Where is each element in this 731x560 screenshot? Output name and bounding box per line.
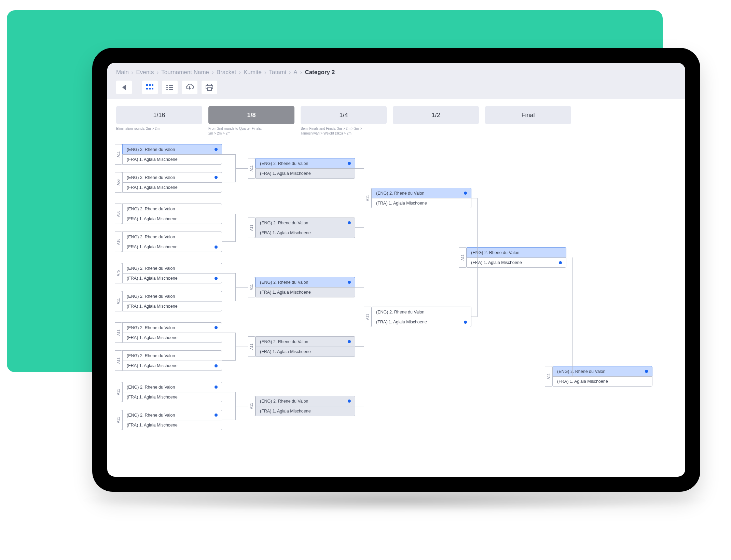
bracket-match[interactable]: A11(ENG) 2. Rhene du Valon(FRA) 1. Aglai…	[248, 396, 355, 416]
breadcrumb-item[interactable]: Main	[116, 69, 129, 76]
player-name: (ENG) 2. Rhene du Valon	[260, 221, 308, 225]
match-player-bottom[interactable]: (FRA) 1. Aglaia Mischoene	[467, 257, 566, 268]
match-player-top[interactable]: (ENG) 2. Rhene du Valon	[122, 232, 222, 242]
match-player-top[interactable]: (ENG) 2. Rhene du Valon	[122, 144, 222, 154]
player-name: (FRA) 1. Aglaia Mischoene	[127, 363, 178, 368]
breadcrumb-item[interactable]: Events	[136, 69, 154, 76]
match-player-bottom[interactable]: (FRA) 1. Aglaia Mischoene	[256, 228, 355, 238]
score-dot-icon	[215, 414, 218, 417]
bracket-match[interactable]: A11(ENG) 2. Rhene du Valon(FRA) 1. Aglai…	[364, 188, 471, 208]
match-player-bottom[interactable]: (FRA) 1. Aglaia Mischoene	[372, 198, 471, 208]
score-dot-icon	[215, 386, 218, 389]
match-player-bottom[interactable]: (FRA) 1. Aglaia Mischoene	[122, 182, 222, 193]
match-player-top[interactable]: (ENG) 2. Rhene du Valon	[256, 336, 355, 347]
match-player-bottom[interactable]: (FRA) 1. Aglaia Mischoene	[256, 406, 355, 416]
chevron-right-icon: ›	[300, 69, 302, 76]
match-player-bottom[interactable]: (FRA) 1. Aglaia Mischoene	[553, 376, 652, 387]
match-player-top[interactable]: (ENG) 2. Rhene du Valon	[122, 322, 222, 333]
match-player-bottom[interactable]: (FRA) 1. Aglaia Mischoene	[122, 154, 222, 165]
grid-view-button[interactable]	[142, 81, 158, 94]
bracket-match[interactable]: A11(ENG) 2. Rhene du Valon(FRA) 1. Aglai…	[545, 366, 652, 387]
score-dot-icon	[645, 370, 648, 373]
print-button[interactable]	[202, 81, 217, 94]
match-player-bottom[interactable]: (FRA) 1. Aglaia Mischoene	[122, 333, 222, 343]
match-player-top[interactable]: (ENG) 2. Rhene du Valon	[256, 277, 355, 287]
round-tab-final[interactable]: Final	[485, 106, 571, 136]
player-name: (FRA) 1. Aglaia Mischoene	[376, 201, 427, 206]
bracket-match[interactable]: A11(ENG) 2. Rhene du Valon(FRA) 1. Aglai…	[248, 277, 355, 297]
match-player-top[interactable]: (ENG) 2. Rhene du Valon	[467, 247, 566, 257]
player-name: (FRA) 1. Aglaia Mischoene	[127, 335, 178, 340]
match-player-top[interactable]: (ENG) 2. Rhene du Valon	[122, 350, 222, 361]
breadcrumb-item[interactable]: Bracket	[217, 69, 236, 76]
match-player-top[interactable]: (ENG) 2. Rhene du Valon	[122, 410, 222, 420]
match-player-top[interactable]: (ENG) 2. Rhene du Valon	[122, 382, 222, 392]
match-player-top[interactable]: (ENG) 2. Rhene du Valon	[122, 291, 222, 301]
match-player-bottom[interactable]: (FRA) 1. Aglaia Mischoene	[256, 287, 355, 297]
bracket-match[interactable]: A11(ENG) 2. Rhene du Valon(FRA) 1. Aglai…	[248, 336, 355, 357]
round-tab-label: 1/8	[208, 106, 294, 124]
bracket-connector	[222, 214, 236, 242]
match-player-bottom[interactable]: (FRA) 1. Aglaia Mischoene	[122, 361, 222, 371]
match-player-top[interactable]: (ENG) 2. Rhene du Valon	[122, 263, 222, 273]
breadcrumb-item[interactable]: A	[293, 69, 297, 76]
bracket-match[interactable]: A11(ENG) 2. Rhene du Valon(FRA) 1. Aglai…	[248, 158, 355, 179]
player-name: (FRA) 1. Aglaia Mischoene	[471, 260, 522, 265]
match-player-top[interactable]: (ENG) 2. Rhene du Valon	[122, 204, 222, 214]
player-name: (FRA) 1. Aglaia Mischoene	[127, 276, 178, 281]
bracket-match[interactable]: A11(ENG) 2. Rhene du Valon(FRA) 1. Aglai…	[115, 322, 222, 343]
match-player-top[interactable]: (ENG) 2. Rhene du Valon	[372, 188, 471, 198]
bracket-match[interactable]: A75(ENG) 2. Rhene du Valon(FRA) 1. Aglai…	[115, 263, 222, 283]
score-dot-icon	[559, 261, 562, 264]
match-player-top[interactable]: (ENG) 2. Rhene du Valon	[256, 158, 355, 168]
player-name: (ENG) 2. Rhene du Valon	[471, 250, 520, 255]
match-player-bottom[interactable]: (FRA) 1. Aglaia Mischoene	[122, 214, 222, 224]
match-player-bottom[interactable]: (FRA) 1. Aglaia Mischoene	[122, 420, 222, 430]
match-player-bottom[interactable]: (FRA) 1. Aglaia Mischoene	[122, 301, 222, 311]
bracket-match[interactable]: A50(ENG) 2. Rhene du Valon(FRA) 1. Aglai…	[115, 204, 222, 224]
bracket-match[interactable]: A11(ENG) 2. Rhene du Valon(FRA) 1. Aglai…	[115, 144, 222, 165]
chevron-right-icon: ›	[264, 69, 266, 76]
player-name: (FRA) 1. Aglaia Mischoene	[260, 230, 311, 235]
match-id: A16	[115, 232, 122, 252]
bracket-match[interactable]: A11(ENG) 2. Rhene du Valon(FRA) 1. Aglai…	[364, 307, 471, 327]
round-tab-1-16[interactable]: 1/16 Elimination rounds: 2m > 2m	[116, 106, 202, 136]
match-id: A11	[248, 158, 256, 179]
match-player-bottom[interactable]: (FRA) 1. Aglaia Mischoene	[256, 168, 355, 179]
match-player-bottom[interactable]: (FRA) 1. Aglaia Mischoene	[122, 242, 222, 252]
bracket-area[interactable]: A11(ENG) 2. Rhene du Valon(FRA) 1. Aglai…	[107, 141, 685, 455]
bracket-match[interactable]: A56(ENG) 2. Rhene du Valon(FRA) 1. Aglai…	[115, 172, 222, 193]
match-player-top[interactable]: (ENG) 2. Rhene du Valon	[256, 396, 355, 406]
match-player-bottom[interactable]: (FRA) 1. Aglaia Mischoene	[256, 347, 355, 357]
round-tab-1-4[interactable]: 1/4 Semi Finals and Finals: 3m > 2m > 2m…	[301, 106, 387, 136]
back-button[interactable]	[116, 81, 132, 94]
round-note: From 2nd rounds to Quarter Finals: 2m > …	[208, 126, 287, 136]
match-player-top[interactable]: (ENG) 2. Rhene du Valon	[256, 218, 355, 228]
bracket-connector	[236, 228, 248, 228]
round-tab-1-2[interactable]: 1/2	[393, 106, 479, 136]
breadcrumb-item[interactable]: Tatami	[269, 69, 286, 76]
svg-rect-9	[169, 87, 173, 88]
match-player-bottom[interactable]: (FRA) 1. Aglaia Mischoene	[372, 317, 471, 327]
round-note: Elimination rounds: 2m > 2m	[116, 126, 195, 131]
match-player-bottom[interactable]: (FRA) 1. Aglaia Mischoene	[122, 392, 222, 402]
bracket-match[interactable]: A11(ENG) 2. Rhene du Valon(FRA) 1. Aglai…	[115, 410, 222, 430]
round-tab-1-8[interactable]: 1/8 From 2nd rounds to Quarter Finals: 2…	[208, 106, 294, 136]
match-player-top[interactable]: (ENG) 2. Rhene du Valon	[122, 172, 222, 182]
score-dot-icon	[215, 277, 218, 280]
match-player-bottom[interactable]: (FRA) 1. Aglaia Mischoene	[122, 273, 222, 283]
bracket-match[interactable]: A16(ENG) 2. Rhene du Valon(FRA) 1. Aglai…	[115, 232, 222, 252]
round-note: Semi Finals and Finals: 3m > 2m > 2m > T…	[301, 126, 379, 136]
match-id: A11	[248, 396, 256, 416]
cloud-download-button[interactable]	[182, 81, 197, 94]
match-player-top[interactable]: (ENG) 2. Rhene du Valon	[372, 307, 471, 317]
player-name: (FRA) 1. Aglaia Mischoene	[127, 395, 178, 400]
bracket-match[interactable]: A11(ENG) 2. Rhene du Valon(FRA) 1. Aglai…	[115, 350, 222, 371]
breadcrumb-item[interactable]: Tournament Name	[161, 69, 209, 76]
bracket-match[interactable]: A11(ENG) 2. Rhene du Valon(FRA) 1. Aglai…	[248, 218, 355, 238]
list-view-button[interactable]	[162, 81, 178, 94]
bracket-match[interactable]: A11(ENG) 2. Rhene du Valon(FRA) 1. Aglai…	[115, 382, 222, 402]
svg-rect-0	[146, 84, 148, 86]
bracket-match[interactable]: A11(ENG) 2. Rhene du Valon(FRA) 1. Aglai…	[115, 291, 222, 311]
breadcrumb-item[interactable]: Kumite	[244, 69, 262, 76]
